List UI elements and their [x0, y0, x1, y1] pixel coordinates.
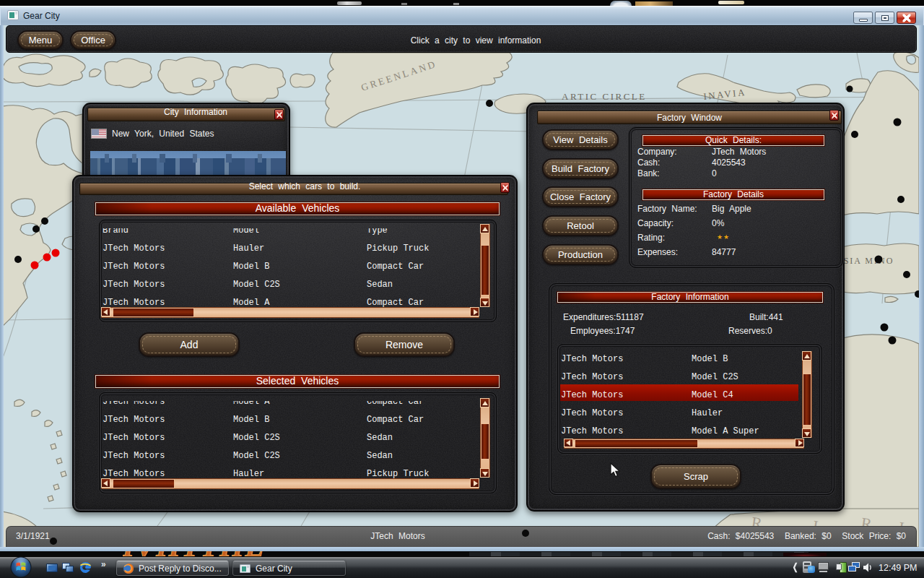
svg-text:ASIA MINO: ASIA MINO — [836, 256, 894, 266]
svg-text:ARTIC CIRCLE: ARTIC CIRCLE — [562, 91, 647, 102]
